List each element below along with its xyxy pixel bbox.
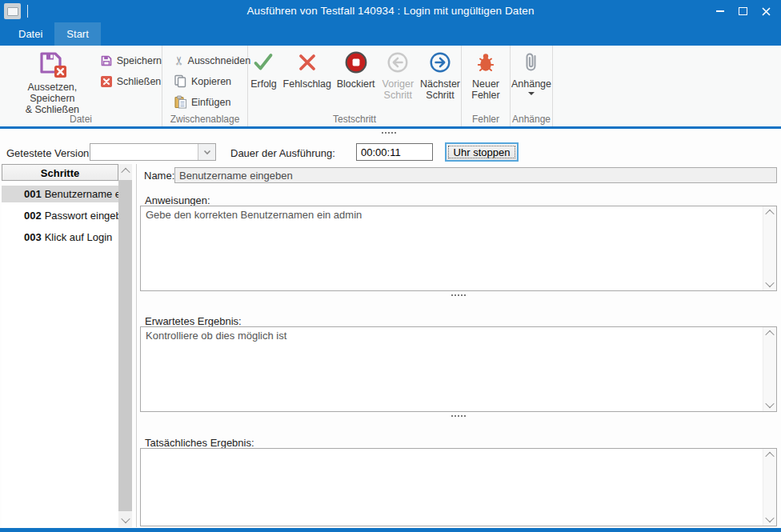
new-error-label: Neuer Fehler bbox=[465, 78, 507, 101]
ribbon-group-anhaenge: Anhänge Anhänge bbox=[511, 46, 553, 126]
ribbon-group-datei: Aussetzen, Speichern & Schließen Speiche… bbox=[0, 46, 162, 126]
maximize-icon bbox=[739, 7, 747, 15]
titlebar: Ausführen von Testfall 140934 : Login mi… bbox=[0, 0, 781, 22]
ribbon-filler bbox=[553, 46, 781, 126]
duration-input[interactable] bbox=[356, 143, 433, 161]
fail-label: Fehlschlag bbox=[283, 78, 331, 90]
tab-start[interactable]: Start bbox=[54, 22, 100, 46]
ribbon-accent-line bbox=[0, 126, 781, 129]
scissors-icon: ✂ bbox=[173, 55, 185, 66]
duration-label: Dauer der Ausführung: bbox=[230, 147, 335, 159]
minimize-icon bbox=[716, 10, 724, 12]
checkmark-icon bbox=[252, 51, 274, 74]
pass-label: Erfolg bbox=[250, 78, 277, 90]
copy-button[interactable]: Kopieren bbox=[174, 74, 247, 89]
splitter-grip-middle[interactable] bbox=[451, 294, 466, 296]
floppy-disk-icon bbox=[100, 54, 113, 67]
name-label: Name: bbox=[144, 170, 174, 182]
window-title: Ausführen von Testfall 140934 : Login mi… bbox=[0, 0, 781, 22]
steps-panel: Schritte 001Benutzername eingeben 002Pas… bbox=[2, 164, 132, 527]
group-label-testschritt: Testschritt bbox=[248, 114, 461, 125]
next-step-label: Nächster Schritt bbox=[419, 78, 461, 101]
chevron-down-icon bbox=[121, 514, 130, 523]
scroll-down-button[interactable] bbox=[118, 513, 132, 527]
paste-label: Einfügen bbox=[191, 97, 230, 108]
splitter-grip-bottom[interactable] bbox=[451, 415, 466, 417]
window-controls bbox=[708, 0, 778, 22]
save-button[interactable]: Speichern bbox=[100, 53, 162, 68]
combobox-dropdown-button[interactable] bbox=[198, 144, 215, 160]
step-item-001[interactable]: 001Benutzername eingeben bbox=[2, 186, 118, 202]
stop-clock-button[interactable]: Uhr stoppen bbox=[445, 142, 519, 162]
panel-splitter[interactable] bbox=[136, 164, 137, 527]
instructions-text[interactable]: Gebe den korrekten Benutzernamen ein adm… bbox=[141, 206, 763, 290]
instructions-textarea[interactable]: Gebe den korrekten Benutzernamen ein adm… bbox=[140, 206, 777, 291]
actual-result-textarea[interactable] bbox=[140, 448, 777, 526]
scroll-up-button[interactable] bbox=[118, 164, 132, 178]
attachments-dropdown-icon[interactable] bbox=[528, 92, 535, 95]
previous-step-label: Voriger Schritt bbox=[380, 78, 416, 101]
cut-label: Ausschneiden bbox=[188, 55, 251, 66]
window-bottom-border bbox=[0, 528, 781, 532]
app-window: Ausführen von Testfall 140934 : Login mi… bbox=[0, 0, 781, 532]
group-label-fehler: Fehler bbox=[462, 114, 510, 125]
chevron-down-icon bbox=[765, 278, 774, 287]
ribbon-group-zwischenablage: ✂ Ausschneiden Kopieren Einfügen bbox=[162, 46, 248, 126]
stop-circle-icon bbox=[344, 50, 368, 74]
chevron-down-icon bbox=[203, 150, 211, 155]
red-x-square-icon bbox=[100, 75, 113, 88]
steps-header: Schritte bbox=[2, 164, 118, 181]
ribbon: Aussetzen, Speichern & Schließen Speiche… bbox=[0, 46, 781, 126]
steps-list: Schritte 001Benutzername eingeben 002Pas… bbox=[2, 164, 118, 527]
scrollbar-thumb[interactable] bbox=[118, 180, 132, 511]
stop-clock-label: Uhr stoppen bbox=[454, 146, 511, 158]
tested-version-combobox[interactable] bbox=[90, 143, 216, 161]
tab-datei[interactable]: Datei bbox=[6, 22, 54, 46]
maximize-button[interactable] bbox=[731, 0, 755, 22]
vertical-scrollbar[interactable] bbox=[763, 206, 776, 290]
x-mark-icon bbox=[296, 51, 318, 74]
tested-version-input[interactable] bbox=[90, 144, 204, 160]
close-icon bbox=[762, 7, 771, 16]
group-label-datei: Datei bbox=[0, 114, 162, 125]
arrow-left-circle-icon bbox=[386, 51, 409, 74]
chevron-down-icon bbox=[765, 399, 774, 408]
close-button[interactable] bbox=[755, 0, 778, 22]
step-item-003[interactable]: 003Klick auf Login bbox=[2, 229, 118, 246]
minimize-button[interactable] bbox=[708, 0, 731, 22]
tested-version-label: Getestete Version: bbox=[6, 147, 92, 159]
chevron-up-icon bbox=[765, 452, 774, 461]
bug-icon bbox=[475, 51, 497, 74]
paste-button[interactable]: Einfügen bbox=[174, 94, 247, 110]
paste-clipboard-icon bbox=[174, 95, 187, 109]
chevron-up-icon bbox=[765, 330, 774, 339]
actual-result-label: Tatsächliches Ergebnis: bbox=[145, 437, 254, 449]
floppy-x-badge-icon bbox=[36, 50, 68, 80]
ribbon-group-testschritt: Erfolg Fehlschlag Blockiert bbox=[248, 46, 462, 126]
close-file-button[interactable]: Schließen bbox=[100, 74, 162, 89]
group-label-zwischenablage: Zwischenablage bbox=[162, 114, 247, 125]
chevron-up-icon bbox=[765, 210, 774, 218]
name-input[interactable] bbox=[174, 167, 777, 183]
blocked-label: Blockiert bbox=[337, 78, 375, 90]
vertical-scrollbar[interactable] bbox=[763, 449, 776, 526]
copy-label: Kopieren bbox=[191, 76, 231, 87]
chevron-down-icon bbox=[765, 514, 774, 522]
cut-button[interactable]: ✂ Ausschneiden bbox=[174, 53, 247, 68]
steps-scrollbar[interactable] bbox=[118, 164, 132, 527]
attachments-label: Anhänge bbox=[511, 78, 551, 90]
copy-icon bbox=[174, 74, 187, 88]
actual-result-text[interactable] bbox=[141, 449, 763, 526]
arrow-right-circle-icon bbox=[429, 51, 451, 74]
splitter-grip-top[interactable] bbox=[382, 132, 396, 134]
group-label-anhaenge: Anhänge bbox=[511, 114, 552, 125]
instructions-label: Anweisungen: bbox=[145, 194, 210, 206]
suspend-save-close-label-line1: Aussetzen, Speichern bbox=[6, 82, 98, 104]
expected-result-textarea[interactable]: Kontrolliere ob dies möglich ist bbox=[140, 326, 777, 412]
expected-result-text[interactable]: Kontrolliere ob dies möglich ist bbox=[141, 327, 763, 411]
vertical-scrollbar[interactable] bbox=[763, 327, 776, 411]
close-file-label: Schließen bbox=[117, 76, 162, 87]
paperclip-icon bbox=[521, 50, 542, 74]
ribbon-group-fehler: Neuer Fehler Fehler bbox=[462, 46, 511, 126]
step-item-002[interactable]: 002Passwort eingeben bbox=[2, 207, 118, 224]
